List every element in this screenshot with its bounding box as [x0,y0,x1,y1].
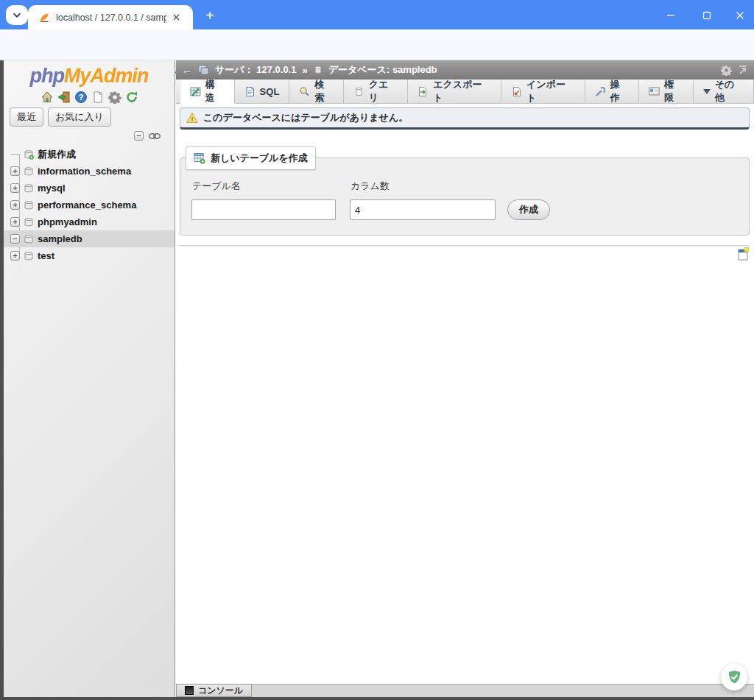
phpmyadmin-logo[interactable]: phpMyAdmin [4,65,175,88]
create-table-legend: 新しいテーブルを作成 [186,146,316,170]
help-icon: ? [74,91,88,104]
sidebar-item-sampledb[interactable]: − sampledb [4,230,175,247]
sidebar-item-performance-schema[interactable]: + performance_schema [4,197,175,213]
tab-privileges[interactable]: 権限 [639,79,694,103]
close-icon [736,11,744,20]
tree-item-label: test [38,250,54,261]
minimize-icon [666,11,675,20]
collapse-all-button[interactable]: − [134,131,144,141]
search-icon [299,86,310,97]
svg-text:!: ! [191,116,194,123]
sidebar-item-new-database[interactable]: 新規作成 [4,146,175,163]
server-value: 127.0.0.1 [256,64,296,75]
tab-import[interactable]: インポート [501,79,585,103]
navigation-panel: phpMyAdmin ? 最近 お気に入り − 新規作成 + informati… [4,60,175,697]
legend-text: 新しいテーブルを作成 [211,152,308,165]
console-toggle-button[interactable]: コンソール [176,684,252,697]
tree-expander[interactable]: + [10,251,20,261]
breadcrumb-server[interactable]: サーバ： 127.0.0.1 [215,63,296,77]
new-window-icon [738,247,749,261]
breadcrumb-separator: » [302,65,307,76]
tab-label: 構造 [205,78,225,105]
tab-label: SQL [260,86,280,97]
link-icon[interactable] [148,132,161,141]
query-icon [353,86,364,97]
tab-query[interactable]: クエリ [344,79,408,103]
tab-close-icon[interactable] [172,13,180,21]
tab-operations[interactable]: 操作 [585,79,640,103]
logo-myadmin: MyAdmin [64,65,149,87]
shield-check-icon [727,669,742,685]
create-table-button[interactable]: 作成 [507,199,550,220]
browser-tab[interactable]: localhost / 127.0.0.1 / sampledb [28,5,193,29]
collapse-top-icon[interactable] [738,65,748,75]
tab-label: 操作 [610,78,629,105]
tree-expander[interactable]: − [10,234,20,244]
tree-expander[interactable]: + [10,166,20,176]
tab-label: 権限 [664,78,683,105]
tree-item-label: phpmyadmin [38,216,97,227]
close-button[interactable] [729,8,751,23]
browser-toolbar: localhost/phpmyadmin/index.php?route=/se… [0,29,754,60]
minimize-button[interactable] [660,8,682,23]
page-settings-gear-icon[interactable] [721,65,732,76]
tab-label: インポート [526,78,575,105]
maximize-button[interactable] [696,8,718,23]
gear-icon [108,91,121,104]
tab-label: その他 [715,78,744,105]
tab-label: クエリ [369,78,398,105]
warning-text: このデータベースにはテーブルがありません。 [203,111,408,124]
server-icon [198,65,209,75]
favorite-tables-button[interactable]: お気に入り [48,107,111,127]
tab-more[interactable]: その他 [694,79,754,103]
import-icon [511,86,522,97]
tree-expander[interactable]: + [10,200,20,210]
export-icon [417,86,429,97]
help-button[interactable]: ? [74,90,88,104]
nav-toggle-arrow[interactable]: ← [182,64,192,76]
home-button[interactable] [40,90,54,104]
navigation-quick-access: 最近 お気に入り [10,107,111,127]
sidebar-item-phpmyadmin[interactable]: + phpmyadmin [4,213,175,230]
tree-expander[interactable]: + [10,217,20,227]
content-divider [180,245,750,247]
phpmyadmin-favicon [38,12,50,24]
columns-count-input[interactable] [350,199,496,220]
sidebar-item-test[interactable]: + test [4,247,175,264]
database-tree: 新規作成 + information_schema + mysql + perf… [4,146,175,264]
table-name-input[interactable] [191,199,336,220]
sidebar-item-information-schema[interactable]: + information_schema [4,163,175,180]
tree-expander[interactable]: + [10,183,20,193]
tab-label: エクスポート [433,78,491,105]
tree-connector [10,154,20,155]
warning-icon: ! [186,113,198,124]
open-new-window-button[interactable] [738,247,749,261]
structure-icon [190,86,201,97]
breadcrumb-database[interactable]: データベース: sampledb [328,63,437,77]
sidebar-item-mysql[interactable]: + mysql [4,180,175,197]
recent-tables-button[interactable]: 最近 [10,107,43,127]
tab-structure[interactable]: 構造 [180,79,235,104]
svg-text:?: ? [78,93,83,102]
logo-php: php [30,65,64,87]
tab-export[interactable]: エクスポート [408,79,501,103]
wrench-icon [595,86,606,97]
tab-search-button[interactable] [6,5,28,25]
new-tab-button[interactable]: + [200,7,219,26]
database-value: sampledb [392,64,437,75]
new-database-icon [24,149,34,160]
logout-door-icon [57,91,71,104]
database-icon [24,200,34,211]
documentation-button[interactable] [91,90,105,104]
tab-sql[interactable]: SQL [235,79,290,103]
adguard-assistant-button[interactable] [721,664,747,690]
refresh-button[interactable] [124,90,138,104]
database-icon [24,166,34,177]
logout-button[interactable] [57,90,71,104]
tab-title: localhost / 127.0.0.1 / sampledb [56,13,166,23]
settings-button[interactable] [108,90,121,104]
chevron-down-icon [703,89,711,94]
new-table-icon [194,152,205,164]
pma-home-icon [40,91,54,104]
tab-search[interactable]: 検索 [289,79,344,103]
